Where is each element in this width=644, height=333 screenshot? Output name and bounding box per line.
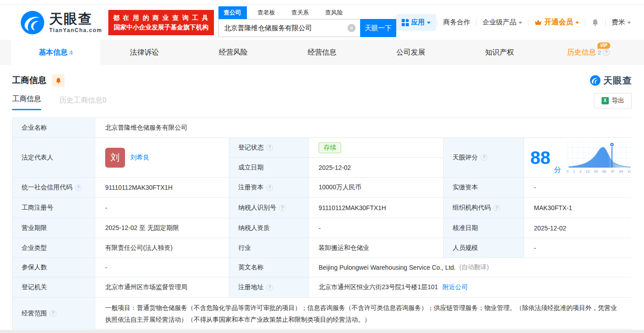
search-tab-relation[interactable]: 查关系 (286, 6, 315, 19)
paid-capital-value: - (524, 178, 631, 198)
tab-label: 历史信息 (567, 48, 596, 57)
user-menu[interactable]: 费米 (607, 18, 636, 27)
taxpayer-id-value: 91110112MAK30FTX1H (309, 198, 444, 218)
nearby-companies-link[interactable]: 附近公司 (443, 283, 468, 291)
tab-count: 2 (598, 49, 601, 56)
field-label: 注册资本? (229, 178, 309, 198)
help-icon[interactable]: ? (603, 49, 610, 56)
apps-grid-icon (402, 19, 409, 26)
site-logo[interactable]: 天眼查 TianYanCha.com (20, 10, 102, 35)
tab-operation-info[interactable]: 经营信息 (278, 40, 366, 65)
reg-authority-value: 北京市通州区市场监督管理局 (95, 277, 229, 298)
chevron-down-icon (575, 22, 579, 24)
field-label: 营业期限 (13, 218, 95, 238)
field-label: 工商注册号 (13, 198, 95, 218)
nav-cooperation[interactable]: 商务合作 (438, 18, 475, 27)
help-icon[interactable]: ? (279, 205, 286, 211)
company-tab-bar: 基本信息 4 法律诉讼 经营风险 经营信息 公司发展 知识产权 VIP 历史信息… (0, 40, 644, 65)
search-input[interactable] (219, 24, 348, 32)
nav-vip[interactable]: 开通会员 (529, 18, 584, 27)
search-tabs: 查公司 查老板 查关系 查风险 (218, 6, 397, 19)
bell-icon (591, 19, 599, 27)
legal-rep-link[interactable]: 刘希良 (130, 154, 149, 162)
staff-size-value: - (524, 238, 631, 258)
field-label: 企业类型 (13, 238, 95, 258)
tianyan-score-cell: 88 分 (524, 138, 631, 178)
subtab-business-info[interactable]: 工商信息 (12, 94, 41, 110)
field-label: 登记状态? (229, 138, 309, 158)
divider (476, 19, 477, 26)
tab-intellectual-property[interactable]: 知识产权 (455, 40, 544, 65)
tab-label: 公司发展 (396, 48, 425, 57)
section-title: 工商信息 (12, 75, 46, 86)
auto-translate-note: (自动翻译) (459, 263, 489, 272)
help-icon[interactable]: ? (75, 184, 82, 191)
help-icon[interactable]: ? (493, 205, 500, 211)
tab-label: 知识产权 (485, 48, 514, 57)
field-label: 统一社会信用代码? (13, 178, 95, 198)
page-bottom-edge (0, 330, 644, 333)
tab-history-info[interactable]: VIP 历史信息 2 ? (544, 40, 633, 65)
tab-label: 经营信息 (308, 48, 337, 57)
monitor-bell-button[interactable] (52, 74, 65, 87)
field-label: 纳税人识别号? (229, 198, 309, 218)
legal-rep-cell: 刘 刘希良 (95, 138, 229, 178)
header: 天眼查 TianYanCha.com 都 在 用 的 商 业 查 询 工 具 国… (0, 5, 644, 40)
field-label: 注册地址? (229, 277, 309, 298)
search-input-wrap: ✕ (218, 19, 361, 37)
biz-term-value: 2025-12-02 至 无固定期限 (95, 218, 229, 238)
vip-badge: VIP (598, 42, 610, 49)
enterprise-label: 企业级产品 (482, 18, 516, 27)
cooperation-label: 商务合作 (443, 18, 470, 27)
english-name-value: Beijing Pulongwei Warehousing Service Co… (309, 258, 631, 277)
watermark-logo: 天眼查 (590, 75, 632, 87)
tab-basic-info[interactable]: 基本信息 4 (11, 40, 100, 65)
field-label: 天眼评分? (444, 138, 524, 178)
company-type-value: 有限责任公司(法人独资) (95, 238, 229, 258)
tab-operation-risk[interactable]: 经营风险 (189, 40, 278, 65)
subtab-history-business-info[interactable]: 历史工商信息0 (59, 96, 107, 110)
tab-label: 基本信息 (39, 48, 68, 57)
score-unit: 分 (554, 165, 561, 175)
status-badge: 存续 (319, 142, 341, 153)
crown-icon (534, 19, 542, 26)
field-label: 实缴资本 (444, 178, 524, 198)
biz-scope-value: 一般项目：普通货物仓储服务（不含危险化学品等需许可审批的项目）；信息咨询服务（不… (95, 298, 631, 329)
help-icon[interactable]: ? (481, 154, 487, 161)
export-button[interactable]: X 导出 (594, 93, 632, 108)
apps-menu[interactable]: 应用 (396, 14, 436, 31)
search-tab-risk[interactable]: 查风险 (320, 6, 348, 19)
search-tab-company[interactable]: 查公司 (218, 6, 247, 19)
username: 费米 (612, 18, 625, 27)
field-label: 参保人数 (13, 258, 95, 277)
est-date-value: 2025-12-02 (309, 158, 444, 178)
excel-icon: X (602, 97, 609, 104)
field-label: 法定代表人 (13, 138, 95, 178)
help-icon[interactable]: ? (266, 184, 273, 191)
field-label: 英文名称 (229, 258, 309, 277)
search-button[interactable]: 天眼一下 (360, 19, 396, 37)
tab-count: 4 (69, 49, 73, 56)
export-label: 导出 (612, 97, 625, 105)
divider (605, 19, 606, 26)
help-icon[interactable]: ? (266, 284, 273, 291)
score-value: 88 (530, 149, 551, 167)
slogan-line2: 国家中小企业发展子基金旗下机构 (113, 23, 209, 32)
tab-legal-litigation[interactable]: 法律诉讼 (100, 40, 189, 65)
tab-company-development[interactable]: 公司发展 (366, 40, 455, 65)
notifications-button[interactable] (586, 19, 604, 27)
reg-address-value: 北京市通州区恒业六街23号院1号楼1层101 附近公司 (309, 277, 631, 298)
field-label: 经营范围? (13, 298, 95, 329)
field-label: 成立日期 (229, 158, 309, 178)
legal-rep-avatar[interactable]: 刘 (105, 148, 125, 168)
business-info-table: 企业名称 北京普隆维仓储服务有限公司 法定代表人 刘 刘希良 登记状态? 存续 … (12, 117, 631, 329)
tianyancha-logo-icon (20, 10, 45, 35)
clear-icon[interactable]: ✕ (347, 24, 356, 32)
nav-enterprise[interactable]: 企业级产品 (477, 18, 527, 27)
search-tab-boss[interactable]: 查老板 (252, 6, 281, 19)
help-icon[interactable]: ? (266, 144, 273, 151)
help-icon[interactable]: ? (50, 310, 56, 317)
site-name: 天眼查 (49, 12, 102, 26)
brand-slogan: 都 在 用 的 商 业 查 询 工 具 国家中小企业发展子基金旗下机构 (108, 10, 213, 35)
search-area: 查公司 查老板 查关系 查风险 ✕ 天眼一下 (218, 6, 397, 37)
